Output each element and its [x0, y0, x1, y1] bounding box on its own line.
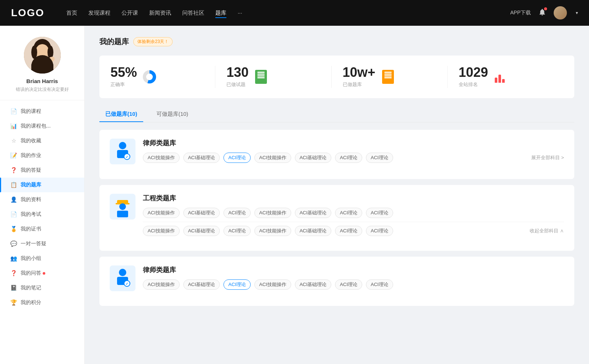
profile-avatar-img [24, 37, 61, 74]
qbank-card-lawyer2-header: ✓ 律师类题库 ACI技能操作 ACI基础理论 ACI理论 ACI技能操作 AC… [110, 265, 564, 291]
groups-icon: 👥 [10, 255, 17, 262]
tag-engineer-1-3[interactable]: ACI理论 [223, 208, 251, 218]
svg-text:✓: ✓ [126, 155, 128, 159]
stat-ranking-value: 1029 [459, 66, 488, 79]
stats-row: 55% 正确率 130 已做试题 10w+ [99, 56, 574, 98]
stat-accuracy-label: 正确率 [110, 81, 137, 88]
sidebar-item-courses[interactable]: 📄 我的课程 [0, 104, 84, 119]
tag-lawyer2-2[interactable]: ACI基础理论 [183, 279, 220, 290]
sidebar-item-certificates-label: 我的证书 [21, 226, 41, 232]
tags-row-lawyer2: ACI技能操作 ACI基础理论 ACI理论 ACI技能操作 ACI基础理论 AC… [143, 279, 564, 290]
qbank-card-lawyer1-content: 律师类题库 ACI技能操作 ACI基础理论 ACI理论 ACI技能操作 ACI基… [143, 139, 564, 163]
profile-avatar [24, 37, 61, 74]
main-content: 我的题库 体验剩余23天！ 55% 正确率 130 已做试题 [85, 26, 589, 364]
tag-lawyer1-7[interactable]: ACI理论 [366, 153, 393, 163]
avatar-svg [24, 37, 61, 74]
tag-lawyer2-5[interactable]: ACI基础理论 [295, 279, 332, 290]
tag-engineer-2-2[interactable]: ACI基础理论 [183, 226, 220, 236]
stat-done-banks-text: 10w+ 已做题库 [343, 66, 375, 88]
sidebar-item-points[interactable]: 🏆 我的积分 [0, 295, 84, 310]
nav-item-questionbank[interactable]: 题库 [215, 10, 226, 17]
exams-icon: 📄 [10, 211, 17, 218]
tag-lawyer1-5[interactable]: ACI基础理论 [295, 153, 332, 163]
tag-lawyer2-4[interactable]: ACI技能操作 [254, 279, 291, 290]
logo: LOGO [11, 7, 44, 19]
svg-point-8 [119, 142, 126, 149]
tag-engineer-1-1[interactable]: ACI技能操作 [143, 208, 180, 218]
stat-done-banks-label: 已做题库 [343, 81, 375, 88]
tag-lawyer2-6[interactable]: ACI理论 [335, 279, 362, 290]
nav-menu: 首页 发现课程 公开课 新闻资讯 问答社区 题库 ··· [66, 10, 510, 17]
stat-done-banks: 10w+ 已做题库 [332, 66, 448, 88]
tag-engineer-2-6[interactable]: ACI理论 [335, 226, 362, 236]
tag-lawyer1-6[interactable]: ACI理论 [335, 153, 362, 163]
nav-item-home[interactable]: 首页 [66, 10, 77, 17]
tag-lawyer2-1[interactable]: ACI技能操作 [143, 279, 180, 290]
expand-lawyer1[interactable]: 展开全部科目 > [531, 154, 564, 161]
stat-accuracy-value: 55% [110, 66, 137, 79]
user-menu-chevron[interactable]: ▾ [576, 10, 578, 15]
nav-item-qa[interactable]: 问答社区 [182, 10, 204, 17]
nav-item-news[interactable]: 新闻资讯 [149, 10, 171, 17]
sidebar-item-qbank[interactable]: 📋 我的题库 [0, 178, 84, 192]
stat-ranking-text: 1029 全站排名 [459, 66, 488, 88]
tag-engineer-1-4[interactable]: ACI技能操作 [254, 208, 291, 218]
sidebar-item-qbank-label: 我的题库 [21, 182, 41, 188]
app-download-button[interactable]: APP下载 [510, 10, 531, 16]
sidebar-item-tutor[interactable]: 💬 一对一答疑 [0, 236, 84, 251]
tag-engineer-2-1[interactable]: ACI技能操作 [143, 226, 180, 236]
sidebar-item-favorites[interactable]: ☆ 我的收藏 [0, 133, 84, 148]
profile-motto: 错误的决定比没有决定要好 [7, 86, 77, 93]
lawyer-icon-1: ✓ [110, 139, 135, 164]
nav-item-opencourse[interactable]: 公开课 [121, 10, 138, 17]
sidebar: Brian Harris 错误的决定比没有决定要好 📄 我的课程 📊 我的课程包… [0, 26, 85, 364]
collapse-engineer[interactable]: 收起全部科目 ∧ [530, 228, 564, 234]
sidebar-item-homework[interactable]: 📝 我的作业 [0, 148, 84, 163]
svg-rect-6 [39, 58, 45, 64]
notification-bell[interactable] [538, 8, 546, 18]
stat-ranking-label: 全站排名 [459, 81, 488, 88]
green-doc-icon [255, 70, 267, 84]
tag-lawyer1-2[interactable]: ACI基础理论 [183, 153, 220, 163]
tag-engineer-2-5[interactable]: ACI基础理论 [295, 226, 332, 236]
stat-done-banks-icon [381, 69, 395, 84]
stat-done-banks-value: 10w+ [343, 66, 375, 79]
tag-engineer-2-3[interactable]: ACI理论 [223, 226, 251, 236]
sidebar-item-my-qa-label: 我的问答 [21, 270, 41, 276]
lawyer-svg-2: ✓ [113, 267, 132, 289]
tabs-row: 已做题库(10) 可做题库(10) [99, 107, 574, 122]
tag-engineer-1-2[interactable]: ACI基础理论 [183, 208, 220, 218]
tag-lawyer1-3[interactable]: ACI理论 [223, 153, 251, 163]
sidebar-item-exams[interactable]: 📄 我的考试 [0, 207, 84, 222]
user-avatar-nav[interactable] [554, 6, 567, 19]
nav-item-more[interactable]: ··· [237, 10, 242, 17]
tag-lawyer1-4[interactable]: ACI技能操作 [254, 153, 291, 163]
stat-accuracy-text: 55% 正确率 [110, 66, 137, 88]
profile-icon: 👤 [10, 196, 17, 203]
sidebar-item-profile-label: 我的资料 [21, 196, 41, 203]
sidebar-item-course-packages[interactable]: 📊 我的课程包... [0, 119, 84, 133]
sidebar-item-certificates[interactable]: 🏅 我的证书 [0, 222, 84, 236]
tag-lawyer2-7[interactable]: ACI理论 [366, 279, 393, 290]
tag-engineer-2-4[interactable]: ACI技能操作 [254, 226, 291, 236]
sidebar-item-profile[interactable]: 👤 我的资料 [0, 192, 84, 207]
sidebar-item-courses-label: 我的课程 [21, 108, 41, 115]
tag-lawyer2-3[interactable]: ACI理论 [223, 279, 251, 290]
sidebar-item-questions[interactable]: ❓ 我的答疑 [0, 163, 84, 178]
tag-engineer-2-7[interactable]: ACI理论 [366, 226, 393, 236]
qbank-card-engineer: 工程类题库 ACI技能操作 ACI基础理论 ACI理论 ACI技能操作 ACI基… [99, 185, 574, 251]
certificates-icon: 🏅 [10, 226, 17, 232]
tag-engineer-1-6[interactable]: ACI理论 [335, 208, 362, 218]
tab-todo[interactable]: 可做题库(10) [151, 107, 194, 122]
tag-lawyer1-1[interactable]: ACI技能操作 [143, 153, 180, 163]
sidebar-item-notes[interactable]: 📓 我的笔记 [0, 281, 84, 295]
nav-item-discover[interactable]: 发现课程 [88, 10, 110, 17]
qbank-card-engineer-content: 工程类题库 ACI技能操作 ACI基础理论 ACI理论 ACI技能操作 ACI基… [143, 194, 564, 236]
sidebar-item-my-qa[interactable]: ❓ 我的问答 [0, 266, 84, 281]
tab-done[interactable]: 已做题库(10) [99, 107, 143, 122]
tag-engineer-1-7[interactable]: ACI理论 [366, 208, 393, 218]
tag-engineer-1-5[interactable]: ACI基础理论 [295, 208, 332, 218]
sidebar-item-groups[interactable]: 👥 我的小组 [0, 251, 84, 266]
tutor-icon: 💬 [10, 240, 17, 247]
qbank-card-lawyer2: ✓ 律师类题库 ACI技能操作 ACI基础理论 ACI理论 ACI技能操作 AC… [99, 257, 574, 306]
